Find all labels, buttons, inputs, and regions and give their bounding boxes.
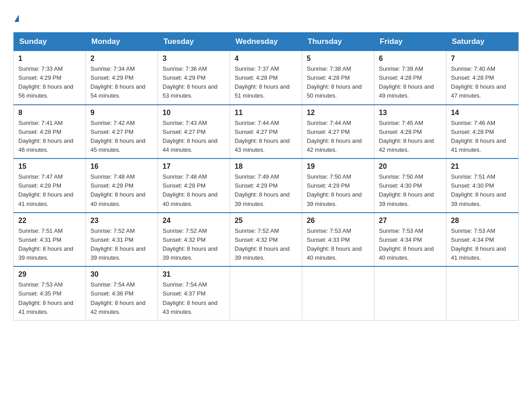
day-info: Sunrise: 7:45 AMSunset: 4:28 PMDaylight:…	[379, 119, 442, 155]
calendar-cell: 8 Sunrise: 7:41 AMSunset: 4:28 PMDayligh…	[14, 105, 86, 159]
day-info: Sunrise: 7:40 AMSunset: 4:28 PMDaylight:…	[451, 64, 514, 101]
day-number: 20	[379, 163, 442, 171]
day-number: 24	[163, 217, 225, 225]
calendar-cell: 6 Sunrise: 7:39 AMSunset: 4:28 PMDayligh…	[374, 51, 446, 105]
calendar-cell	[446, 266, 519, 320]
header-friday: Friday	[374, 33, 446, 51]
day-info: Sunrise: 7:52 AMSunset: 4:32 PMDaylight:…	[235, 227, 297, 263]
day-info: Sunrise: 7:54 AMSunset: 4:36 PMDaylight:…	[90, 280, 153, 317]
day-info: Sunrise: 7:39 AMSunset: 4:28 PMDaylight:…	[379, 64, 442, 101]
calendar-cell: 23 Sunrise: 7:52 AMSunset: 4:31 PMDaylig…	[86, 213, 158, 267]
day-info: Sunrise: 7:53 AMSunset: 4:33 PMDaylight:…	[307, 227, 369, 263]
header-tuesday: Tuesday	[158, 33, 230, 51]
day-info: Sunrise: 7:33 AMSunset: 4:29 PMDaylight:…	[18, 64, 81, 101]
day-number: 6	[379, 55, 442, 63]
calendar-week-1: 1 Sunrise: 7:33 AMSunset: 4:29 PMDayligh…	[14, 51, 519, 105]
calendar-cell: 26 Sunrise: 7:53 AMSunset: 4:33 PMDaylig…	[302, 213, 374, 267]
day-info: Sunrise: 7:50 AMSunset: 4:30 PMDaylight:…	[379, 172, 442, 209]
day-info: Sunrise: 7:38 AMSunset: 4:28 PMDaylight:…	[307, 64, 369, 101]
day-number: 11	[235, 109, 297, 117]
calendar-week-5: 29 Sunrise: 7:53 AMSunset: 4:35 PMDaylig…	[14, 266, 519, 320]
day-info: Sunrise: 7:34 AMSunset: 4:29 PMDaylight:…	[90, 64, 153, 101]
calendar-week-4: 22 Sunrise: 7:51 AMSunset: 4:31 PMDaylig…	[14, 213, 519, 267]
day-number: 23	[90, 217, 153, 225]
calendar-cell: 24 Sunrise: 7:52 AMSunset: 4:32 PMDaylig…	[158, 213, 230, 267]
day-number: 19	[307, 163, 369, 171]
calendar-cell: 18 Sunrise: 7:49 AMSunset: 4:29 PMDaylig…	[230, 158, 302, 213]
day-number: 18	[235, 163, 297, 171]
day-number: 12	[307, 109, 369, 117]
day-info: Sunrise: 7:50 AMSunset: 4:29 PMDaylight:…	[307, 172, 369, 209]
day-number: 8	[18, 109, 81, 117]
header-sunday: Sunday	[14, 33, 86, 51]
calendar-cell: 16 Sunrise: 7:48 AMSunset: 4:28 PMDaylig…	[86, 158, 158, 213]
day-number: 9	[90, 109, 153, 117]
day-number: 17	[163, 163, 225, 171]
day-number: 3	[163, 55, 225, 63]
day-info: Sunrise: 7:43 AMSunset: 4:27 PMDaylight:…	[163, 119, 225, 155]
day-info: Sunrise: 7:36 AMSunset: 4:29 PMDaylight:…	[163, 64, 225, 101]
calendar-cell: 22 Sunrise: 7:51 AMSunset: 4:31 PMDaylig…	[14, 213, 86, 267]
day-info: Sunrise: 7:54 AMSunset: 4:37 PMDaylight:…	[163, 280, 225, 317]
day-number: 31	[163, 270, 225, 278]
day-number: 5	[307, 55, 369, 63]
day-number: 2	[90, 55, 153, 63]
day-number: 13	[379, 109, 442, 117]
day-number: 21	[451, 163, 514, 171]
calendar-cell: 3 Sunrise: 7:36 AMSunset: 4:29 PMDayligh…	[158, 51, 230, 105]
day-number: 25	[235, 217, 297, 225]
calendar-cell: 9 Sunrise: 7:42 AMSunset: 4:27 PMDayligh…	[86, 105, 158, 159]
day-info: Sunrise: 7:51 AMSunset: 4:31 PMDaylight:…	[18, 227, 81, 263]
header-thursday: Thursday	[302, 33, 374, 51]
day-number: 1	[18, 55, 81, 63]
day-info: Sunrise: 7:53 AMSunset: 4:34 PMDaylight:…	[379, 227, 442, 263]
calendar-cell	[230, 266, 302, 320]
calendar-cell: 28 Sunrise: 7:53 AMSunset: 4:34 PMDaylig…	[446, 213, 519, 267]
calendar-cell: 21 Sunrise: 7:51 AMSunset: 4:30 PMDaylig…	[446, 158, 519, 213]
logo	[13, 9, 19, 23]
day-info: Sunrise: 7:52 AMSunset: 4:31 PMDaylight:…	[90, 227, 153, 263]
header-saturday: Saturday	[446, 33, 519, 51]
day-info: Sunrise: 7:41 AMSunset: 4:28 PMDaylight:…	[18, 119, 81, 155]
day-info: Sunrise: 7:48 AMSunset: 4:28 PMDaylight:…	[90, 172, 153, 209]
header-monday: Monday	[86, 33, 158, 51]
header-wednesday: Wednesday	[230, 33, 302, 51]
day-info: Sunrise: 7:42 AMSunset: 4:27 PMDaylight:…	[90, 119, 153, 155]
day-number: 14	[451, 109, 514, 117]
day-info: Sunrise: 7:53 AMSunset: 4:34 PMDaylight:…	[451, 227, 514, 263]
day-info: Sunrise: 7:49 AMSunset: 4:29 PMDaylight:…	[235, 172, 297, 209]
page-header	[13, 9, 519, 23]
calendar-cell: 5 Sunrise: 7:38 AMSunset: 4:28 PMDayligh…	[302, 51, 374, 105]
day-info: Sunrise: 7:44 AMSunset: 4:27 PMDaylight:…	[307, 119, 369, 155]
calendar-cell: 4 Sunrise: 7:37 AMSunset: 4:28 PMDayligh…	[230, 51, 302, 105]
day-info: Sunrise: 7:47 AMSunset: 4:28 PMDaylight:…	[18, 172, 81, 209]
day-number: 10	[163, 109, 225, 117]
calendar-cell: 14 Sunrise: 7:46 AMSunset: 4:28 PMDaylig…	[446, 105, 519, 159]
calendar-cell: 17 Sunrise: 7:48 AMSunset: 4:28 PMDaylig…	[158, 158, 230, 213]
day-info: Sunrise: 7:51 AMSunset: 4:30 PMDaylight:…	[451, 172, 514, 209]
day-info: Sunrise: 7:44 AMSunset: 4:27 PMDaylight:…	[235, 119, 297, 155]
calendar-cell	[374, 266, 446, 320]
day-number: 27	[379, 217, 442, 225]
day-info: Sunrise: 7:37 AMSunset: 4:28 PMDaylight:…	[235, 64, 297, 101]
calendar-cell: 15 Sunrise: 7:47 AMSunset: 4:28 PMDaylig…	[14, 158, 86, 213]
calendar-cell: 27 Sunrise: 7:53 AMSunset: 4:34 PMDaylig…	[374, 213, 446, 267]
day-info: Sunrise: 7:46 AMSunset: 4:28 PMDaylight:…	[451, 119, 514, 155]
calendar-cell: 2 Sunrise: 7:34 AMSunset: 4:29 PMDayligh…	[86, 51, 158, 105]
calendar-cell: 31 Sunrise: 7:54 AMSunset: 4:37 PMDaylig…	[158, 266, 230, 320]
calendar-cell: 13 Sunrise: 7:45 AMSunset: 4:28 PMDaylig…	[374, 105, 446, 159]
calendar-cell: 11 Sunrise: 7:44 AMSunset: 4:27 PMDaylig…	[230, 105, 302, 159]
calendar-cell	[302, 266, 374, 320]
logo-triangle-icon	[14, 15, 19, 22]
day-info: Sunrise: 7:52 AMSunset: 4:32 PMDaylight:…	[163, 227, 225, 263]
day-number: 15	[18, 163, 81, 171]
calendar-cell: 20 Sunrise: 7:50 AMSunset: 4:30 PMDaylig…	[374, 158, 446, 213]
day-info: Sunrise: 7:53 AMSunset: 4:35 PMDaylight:…	[18, 280, 81, 317]
calendar-week-3: 15 Sunrise: 7:47 AMSunset: 4:28 PMDaylig…	[14, 158, 519, 213]
calendar-table: SundayMondayTuesdayWednesdayThursdayFrid…	[13, 32, 519, 321]
day-number: 29	[18, 270, 81, 278]
day-number: 26	[307, 217, 369, 225]
calendar-cell: 29 Sunrise: 7:53 AMSunset: 4:35 PMDaylig…	[14, 266, 86, 320]
calendar-cell: 12 Sunrise: 7:44 AMSunset: 4:27 PMDaylig…	[302, 105, 374, 159]
day-number: 28	[451, 217, 514, 225]
